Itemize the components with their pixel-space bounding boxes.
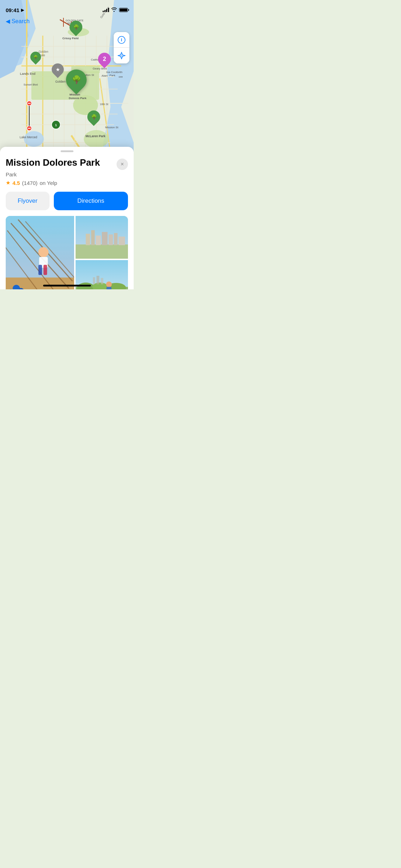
place-header: Mission Dolores Park × <box>6 157 128 170</box>
place-title: Mission Dolores Park <box>6 157 117 168</box>
svg-rect-79 <box>76 244 128 259</box>
svg-point-92 <box>106 281 112 287</box>
star-icon: ★ <box>6 180 10 186</box>
svg-text:ore: ore <box>119 75 123 78</box>
svg-rect-95 <box>96 276 99 284</box>
svg-text:Crissy Field: Crissy Field <box>62 37 78 40</box>
svg-rect-96 <box>101 278 103 284</box>
svg-text:16th St: 16th St <box>100 103 109 106</box>
drag-handle[interactable] <box>61 150 73 152</box>
svg-rect-82 <box>96 236 101 245</box>
flyover-button[interactable]: Flyover <box>6 192 50 210</box>
svg-rect-80 <box>86 234 90 245</box>
svg-rect-85 <box>114 233 117 245</box>
numbered-pin-2[interactable]: 2 <box>98 53 111 68</box>
svg-text:Sunset Blvd: Sunset Blvd <box>24 83 38 86</box>
svg-text:Mission St: Mission St <box>105 126 119 129</box>
rating-row: ★ 4.5 (1470) on Yelp <box>6 180 128 186</box>
photos-grid[interactable]: Photos on Yelp <box>6 216 128 289</box>
photo-secondary-1[interactable] <box>76 216 128 259</box>
map-info-button[interactable]: i <box>114 32 129 48</box>
back-button[interactable]: ◀ Search <box>6 18 30 25</box>
crissy-field-pin[interactable]: 🌳 <box>70 21 82 36</box>
svg-rect-81 <box>91 230 94 245</box>
map-controls-panel: i <box>114 32 129 63</box>
rating-value: 4.5 <box>12 180 20 186</box>
wifi-icon <box>111 7 117 13</box>
place-subtitle: Park <box>6 171 128 177</box>
mission-dolores-pin[interactable]: 🌳 <box>66 69 87 94</box>
lands-end-pin[interactable]: 🌳 <box>30 52 41 65</box>
svg-rect-73 <box>38 265 42 275</box>
svg-point-22 <box>24 131 44 147</box>
mclaren-park-pin[interactable]: 🌳 <box>87 110 100 126</box>
time-label: 09:41 <box>6 7 19 13</box>
svg-point-71 <box>38 247 48 257</box>
status-time: 09:41 ▶ <box>6 7 24 13</box>
map-location-button[interactable] <box>114 48 129 63</box>
favorite-pin[interactable]: ★ <box>52 63 64 78</box>
review-count: (1470) <box>22 180 37 186</box>
svg-text:i: i <box>121 37 122 42</box>
battery-icon <box>119 8 128 12</box>
sheet-content: Mission Dolores Park × Park ★ 4.5 (1470)… <box>0 157 134 289</box>
svg-text:Lands End: Lands End <box>20 72 35 76</box>
svg-rect-94 <box>93 277 95 284</box>
photo-main[interactable]: Photos on Yelp <box>6 216 74 289</box>
close-icon[interactable]: × <box>120 161 124 167</box>
svg-text:1: 1 <box>55 123 57 127</box>
home-indicator[interactable] <box>43 285 91 286</box>
svg-text:Ina Coolbrith: Ina Coolbrith <box>106 71 122 74</box>
svg-rect-84 <box>108 234 113 245</box>
svg-text:Dolores Park: Dolores Park <box>69 97 87 100</box>
location-arrow-icon: ▶ <box>21 8 24 12</box>
status-icons <box>103 7 128 13</box>
svg-point-21 <box>84 130 109 148</box>
status-bar: 09:41 ▶ <box>0 0 134 16</box>
svg-rect-93 <box>106 287 111 289</box>
signal-icon <box>103 8 109 12</box>
action-buttons: Flyover Directions <box>6 192 128 210</box>
svg-text:Lake Merced: Lake Merced <box>20 135 37 139</box>
search-back-nav[interactable]: ◀ Search <box>0 16 35 27</box>
svg-text:Park: Park <box>109 74 115 77</box>
close-button[interactable]: × <box>117 159 128 170</box>
svg-rect-83 <box>102 232 107 245</box>
directions-button[interactable]: Directions <box>54 192 128 210</box>
svg-text:Alam: Alam <box>102 74 108 77</box>
review-source: on Yelp <box>40 180 57 186</box>
svg-rect-86 <box>118 237 125 245</box>
svg-text:McLaren Park: McLaren Park <box>86 134 106 138</box>
place-detail-sheet: Mission Dolores Park × Park ★ 4.5 (1470)… <box>0 147 134 289</box>
svg-rect-74 <box>43 265 47 275</box>
